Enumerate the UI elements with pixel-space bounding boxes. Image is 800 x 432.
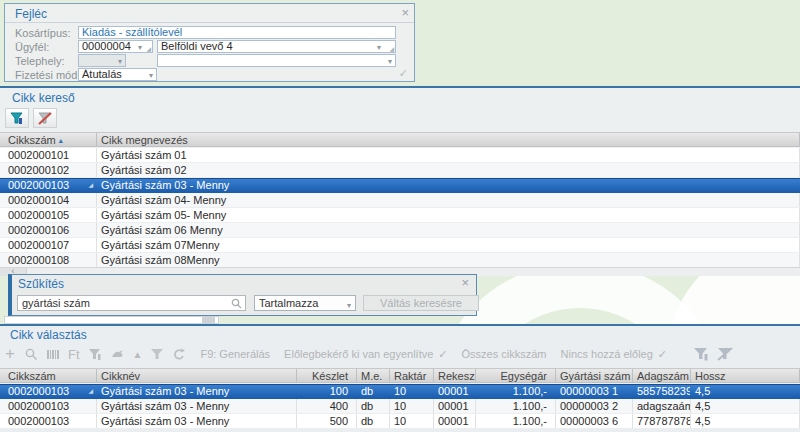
table-row[interactable]: 0002000104Gyártási szám 04- Menny	[0, 193, 800, 208]
table-cell: 500	[297, 414, 357, 428]
column-header[interactable]: Gyártási szám	[556, 369, 633, 382]
column-header[interactable]: M.e.	[357, 369, 390, 382]
row-marker-icon: ◢	[88, 388, 93, 394]
table-body: 0002000101Gyártási szám 010002000102Gyár…	[0, 148, 800, 268]
scrollbar-thumb[interactable]	[202, 317, 215, 323]
table-row[interactable]: 0002000103Gyártási szám 03 - Menny500db1…	[0, 414, 800, 429]
filter-button[interactable]	[5, 108, 29, 128]
table-cell: Gyártási szám 04- Menny	[97, 193, 800, 207]
table-cell: 00001	[434, 399, 476, 413]
table-row[interactable]: 0002000107Gyártási szám 07Menny	[0, 238, 800, 253]
row-marker-icon: ◢	[88, 182, 93, 188]
table-cell: 0002000103◢	[0, 384, 97, 398]
close-icon[interactable]: ×	[401, 7, 409, 19]
ugyfel-code-field[interactable]: 00000004 ▾ ◢	[78, 40, 153, 53]
chevron-down-icon[interactable]: ▾	[149, 70, 153, 81]
table-cell: 5857582398	[633, 384, 691, 398]
table-row[interactable]: 0002000103◢Gyártási szám 03 - Menny	[0, 178, 800, 193]
column-header[interactable]: Cikkszám	[0, 369, 97, 382]
chevron-down-icon[interactable]: ▾	[377, 42, 381, 53]
filter-funnel-icon[interactable]	[693, 347, 709, 361]
table-row[interactable]: 0002000103Gyártási szám 03 - Menny400db1…	[0, 399, 800, 414]
table-cell: 400	[297, 399, 357, 413]
funnel-icon[interactable]	[150, 348, 164, 361]
table-cell: 00000003 1	[556, 384, 633, 398]
table-cell: 0002000104	[0, 193, 97, 207]
f9-generalas-label[interactable]: F9: Generálás	[200, 348, 270, 360]
resize-grip-icon[interactable]: ◢	[146, 46, 151, 52]
nincs-eloleg-label[interactable]: Nincs hozzá előleg	[561, 348, 653, 360]
barcode-icon[interactable]	[46, 349, 60, 360]
match-mode-select[interactable]: Tartalmazza ▾	[254, 295, 356, 311]
table-row[interactable]: 0002000101Gyártási szám 01	[0, 148, 800, 163]
column-header[interactable]: Készlet	[297, 369, 357, 382]
sort-ascending-icon: ▴	[59, 136, 63, 145]
chevron-down-icon[interactable]: ▾	[118, 56, 122, 67]
hand-icon[interactable]	[110, 348, 125, 360]
column-header[interactable]: Rekesz	[434, 369, 476, 382]
filter-funnel-icon[interactable]	[88, 348, 102, 361]
szukites-panel: Szűkítés × Tartalmazza ▾ Váltás keresésr…	[8, 274, 477, 316]
table-cell: 0002000107	[0, 238, 97, 252]
table-cell: 10	[390, 399, 434, 413]
table-row[interactable]: 0002000103◢Gyártási szám 03 - Menny100db…	[0, 384, 800, 399]
filter-funnel-icon	[10, 112, 24, 125]
search-input[interactable]	[17, 295, 246, 311]
table-cell: Gyártási szám 01	[97, 148, 800, 162]
table-cell: 0002000103◢	[0, 178, 97, 192]
fejlec-panel: Fejléc × Kosártípus: Kiadás - szállítóle…	[4, 3, 415, 82]
telephely-name-field[interactable]: ▾	[157, 54, 396, 67]
table-row[interactable]: 0002000108Gyártási szám 08Menny	[0, 253, 800, 268]
filter-clear-icon[interactable]	[717, 347, 733, 361]
table-row[interactable]: 0002000102Gyártási szám 02	[0, 163, 800, 178]
cikk-valasztas-title: Cikk választás	[10, 328, 87, 342]
table-cell: db	[357, 384, 390, 398]
clear-filter-button[interactable]	[33, 108, 57, 128]
table-cell: db	[357, 414, 390, 428]
refresh-icon[interactable]	[172, 348, 186, 361]
column-header[interactable]: Egységár	[476, 369, 556, 382]
table-cell: 1.100,-	[476, 399, 556, 413]
column-header[interactable]: Raktár	[390, 369, 434, 382]
telephely-label: Telephely:	[15, 55, 65, 67]
table-cell: 0002000102	[0, 163, 97, 177]
table-row[interactable]: 0002000105Gyártási szám 05- Menny	[0, 208, 800, 223]
table-header-row: Cikkszám▴Cikk megnevezés	[0, 132, 800, 147]
telephely-code-field[interactable]: ▾	[78, 54, 126, 67]
triangle-up-icon[interactable]: ▲	[133, 349, 143, 360]
table-cell: Gyártási szám 05- Menny	[97, 208, 800, 222]
add-icon[interactable]: +	[5, 344, 15, 364]
chevron-down-icon[interactable]: ▾	[388, 56, 392, 67]
osszes-cikkszam-label[interactable]: Összes cikkszám	[462, 348, 547, 360]
fizetesi-mod-label: Fizetési mód:	[15, 69, 80, 81]
table-cell: Gyártási szám 08Menny	[97, 253, 800, 267]
table-cell: 100	[297, 384, 357, 398]
table-cell: 0002000108	[0, 253, 97, 267]
table-cell: adagszaám	[633, 399, 691, 413]
column-header[interactable]: Adagszám	[633, 369, 691, 382]
cikk-kereso-panel: Cikk kereső Cikkszám▴Cikk megnevezés 000…	[0, 86, 800, 274]
ugyfel-name-field[interactable]: Belföldi vevő 4 ▾ ◢	[157, 40, 396, 53]
kosartipus-label: Kosártípus:	[15, 27, 71, 39]
close-icon[interactable]: ×	[461, 277, 469, 289]
forint-icon[interactable]: Ft	[68, 347, 80, 362]
search-icon[interactable]	[25, 348, 38, 361]
resize-grip-icon[interactable]: ◢	[389, 46, 394, 52]
column-header[interactable]: Hossz	[691, 369, 800, 382]
table-cell: Gyártási szám 03 - Menny	[97, 384, 297, 398]
chevron-down-icon[interactable]: ▾	[138, 42, 142, 53]
fizetesi-mod-field[interactable]: Átutalás ▾	[78, 68, 157, 81]
table-cell: 0002000105	[0, 208, 97, 222]
column-header[interactable]: Cikkszám▴	[0, 133, 97, 146]
table-cell: 4,5	[691, 384, 800, 398]
elolegbekero-label[interactable]: Előlegbekérő ki van egyenlítve	[284, 348, 433, 360]
table-cell: 1.100,-	[476, 414, 556, 428]
kosartipus-field[interactable]: Kiadás - szállítólevél	[78, 26, 396, 39]
table-header-row: CikkszámCikknévKészletM.e.RaktárRekeszEg…	[0, 368, 800, 383]
table-row[interactable]: 0002000106Gyártási szám 06 Menny	[0, 223, 800, 238]
table-cell: 10	[390, 414, 434, 428]
column-header[interactable]: Cikknév	[97, 369, 297, 382]
column-header[interactable]: Cikk megnevezés	[97, 133, 800, 146]
switch-search-button[interactable]: Váltás keresésre	[363, 295, 479, 311]
table-cell: 1.100,-	[476, 384, 556, 398]
